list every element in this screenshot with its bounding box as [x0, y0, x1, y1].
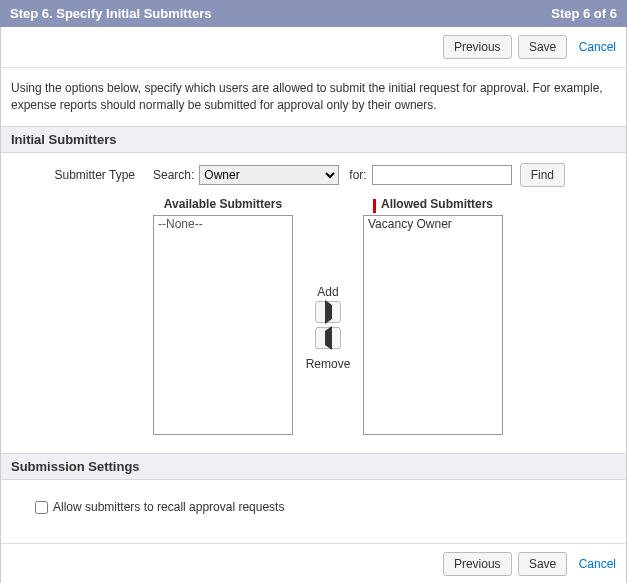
wizard-step-indicator: Step 6 of 6: [551, 6, 617, 21]
save-button[interactable]: Save: [518, 35, 567, 59]
remove-button[interactable]: [315, 327, 341, 349]
submission-settings-body: Allow submitters to recall approval requ…: [1, 480, 626, 543]
add-label: Add: [317, 285, 338, 299]
recall-checkbox-label: Allow submitters to recall approval requ…: [53, 500, 284, 514]
search-for-input[interactable]: [372, 165, 512, 185]
previous-button[interactable]: Previous: [443, 552, 512, 576]
for-label: for:: [349, 168, 366, 182]
search-type-select[interactable]: Owner: [199, 165, 339, 185]
available-submitters-title: Available Submitters: [164, 197, 282, 211]
allowed-submitters-listbox[interactable]: Vacancy Owner: [363, 215, 503, 435]
initial-submitters-header: Initial Submitters: [1, 126, 626, 153]
list-item[interactable]: --None--: [154, 216, 292, 232]
picklist-controls: Add Remove: [293, 215, 363, 435]
previous-button[interactable]: Previous: [443, 35, 512, 59]
submission-settings-header: Submission Settings: [1, 453, 626, 480]
recall-checkbox-row: Allow submitters to recall approval requ…: [13, 490, 614, 525]
recall-checkbox[interactable]: [35, 501, 48, 514]
instructions-text: Using the options below, specify which u…: [1, 68, 626, 126]
allowed-submitters-col: Allowed Submitters Vacancy Owner: [363, 197, 503, 435]
available-submitters-col: Available Submitters --None--: [153, 197, 293, 435]
arrow-left-icon: [325, 331, 332, 345]
cancel-link[interactable]: Cancel: [579, 40, 616, 54]
find-button[interactable]: Find: [520, 163, 565, 187]
bottom-action-bar: Previous Save Cancel: [1, 543, 626, 583]
available-submitters-listbox[interactable]: --None--: [153, 215, 293, 435]
save-button[interactable]: Save: [518, 552, 567, 576]
submitter-type-label: Submitter Type: [13, 168, 143, 182]
search-label: Search:: [153, 168, 194, 182]
initial-submitters-body: Submitter Type Search: Owner for: Find A…: [1, 153, 626, 453]
cancel-link[interactable]: Cancel: [579, 557, 616, 571]
wizard-title: Step 6. Specify Initial Submitters: [10, 6, 212, 21]
top-action-bar: Previous Save Cancel: [1, 27, 626, 68]
wizard-body: Previous Save Cancel Using the options b…: [0, 27, 627, 583]
required-indicator-icon: [373, 199, 376, 213]
submitter-type-row: Submitter Type Search: Owner for: Find: [13, 163, 614, 187]
picklist-row: Available Submitters --None-- Add Remove: [153, 197, 614, 435]
remove-label: Remove: [306, 357, 351, 371]
allowed-submitters-title: Allowed Submitters: [381, 197, 493, 211]
add-button[interactable]: [315, 301, 341, 323]
wizard-header: Step 6. Specify Initial Submitters Step …: [0, 0, 627, 27]
list-item[interactable]: Vacancy Owner: [364, 216, 502, 232]
arrow-right-icon: [325, 305, 332, 319]
